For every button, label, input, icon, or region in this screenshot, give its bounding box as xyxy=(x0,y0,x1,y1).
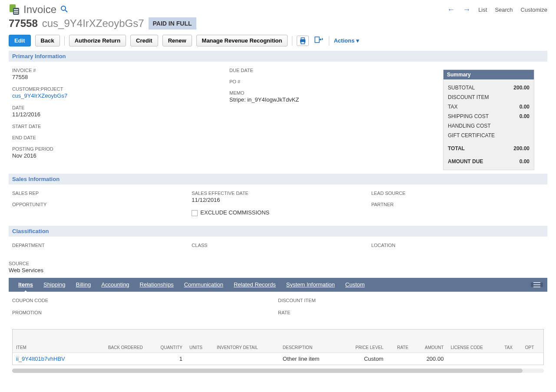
line-quantity: 1 xyxy=(146,352,186,365)
po-label: PO # xyxy=(229,79,443,84)
line-license-code xyxy=(447,352,501,365)
partner-label: PARTNER xyxy=(371,202,547,207)
posting-period-value: Nov 2016 xyxy=(12,152,226,159)
renew-button[interactable]: Renew xyxy=(162,35,192,46)
line-price-level: Custom xyxy=(339,352,387,365)
toolbar: Edit Back Authorize Return Credit Renew … xyxy=(0,33,556,51)
authorize-return-button[interactable]: Authorize Return xyxy=(69,35,126,46)
col-price-level: PRICE LEVEL xyxy=(339,329,387,353)
credit-button[interactable]: Credit xyxy=(130,35,158,46)
tab-related-records[interactable]: Related Records xyxy=(228,279,281,290)
back-arrow-icon[interactable]: ← xyxy=(447,5,455,14)
status-badge: PAID IN FULL xyxy=(149,17,196,30)
line-description: Other line item xyxy=(279,352,339,365)
invoice-number: 77558 xyxy=(9,17,38,30)
tab-billing[interactable]: Billing xyxy=(71,279,96,290)
date-value: 11/12/2016 xyxy=(12,111,226,118)
tab-accounting[interactable]: Accounting xyxy=(96,279,134,290)
sales-eff-date-label: SALES EFFECTIVE DATE xyxy=(192,191,367,196)
search-icon[interactable] xyxy=(61,6,68,14)
edit-button[interactable]: Edit xyxy=(9,35,31,46)
table-row[interactable]: ii_9Y4It01b7vhHBV 1 Other line item Cust… xyxy=(13,352,543,365)
memo-label: MEMO xyxy=(229,90,443,96)
invoice-num-value: 77558 xyxy=(12,74,226,80)
col-item: ITEM xyxy=(13,329,89,353)
sales-eff-date-value: 11/12/2016 xyxy=(192,197,367,203)
svg-rect-9 xyxy=(301,42,304,44)
svg-rect-8 xyxy=(301,38,304,40)
promotion-label: PROMOTION xyxy=(12,310,278,315)
nav-search[interactable]: Search xyxy=(495,7,513,13)
customer-id: cus_9Y4IrXZeoybGs7 xyxy=(42,17,144,30)
col-tax: TAX xyxy=(501,329,522,353)
invoice-page-icon xyxy=(9,3,21,16)
col-units: UNITS xyxy=(186,329,213,353)
shipping-label: SHIPPING COST xyxy=(448,113,489,119)
sales-rep-label: SALES REP xyxy=(12,191,188,196)
subtotal-label: SUBTOTAL xyxy=(448,85,475,91)
attach-icon[interactable] xyxy=(313,35,324,46)
col-back-ordered: BACK ORDERED xyxy=(89,329,146,353)
horizontal-scrollbar[interactable] xyxy=(12,369,544,373)
subtab-bar: Items Shipping Billing Accounting Relati… xyxy=(9,278,547,292)
total-label: TOTAL xyxy=(448,145,465,152)
line-amount: 200.00 xyxy=(412,352,447,365)
col-amount: AMOUNT xyxy=(412,329,447,353)
tax-label: TAX xyxy=(448,104,457,110)
manage-revenue-button[interactable]: Manage Revenue Recognition xyxy=(196,35,288,46)
chevron-down-icon: ▾ xyxy=(356,37,359,44)
line-item-link[interactable]: ii_9Y4It01b7vhHBV xyxy=(13,352,89,365)
invoice-num-label: INVOICE # xyxy=(12,68,226,73)
line-tax xyxy=(501,352,522,365)
tab-communication[interactable]: Communication xyxy=(179,279,228,290)
tab-custom[interactable]: Custom xyxy=(340,279,370,290)
nav-list[interactable]: List xyxy=(478,7,487,13)
print-icon[interactable] xyxy=(297,36,309,46)
end-date-label: END DATE xyxy=(12,135,226,140)
divider xyxy=(64,36,65,46)
col-inventory-detail: INVENTORY DETAIL xyxy=(213,329,279,353)
tab-shipping[interactable]: Shipping xyxy=(38,279,71,290)
amount-due-value: 0.00 xyxy=(520,158,530,165)
lead-source-label: LEAD SOURCE xyxy=(371,191,547,196)
col-license-code: LICENSE CODE xyxy=(447,329,501,353)
svg-rect-2 xyxy=(14,9,18,10)
nav-customize[interactable]: Customize xyxy=(521,7,547,13)
line-items-table: ITEM BACK ORDERED QUANTITY UNITS INVENTO… xyxy=(12,329,544,365)
actions-dropdown[interactable]: Actions ▾ xyxy=(334,37,359,44)
svg-point-5 xyxy=(61,6,66,10)
opportunity-label: OPPORTUNITY xyxy=(12,202,188,207)
tab-relationships[interactable]: Relationships xyxy=(135,279,179,290)
section-primary-header: Primary Information xyxy=(9,51,547,62)
source-label: SOURCE xyxy=(9,261,547,266)
date-label: DATE xyxy=(12,105,226,110)
divider xyxy=(329,36,329,46)
forward-arrow-icon[interactable]: → xyxy=(463,5,470,14)
location-label: LOCATION xyxy=(371,243,547,248)
customer-project-link[interactable]: cus_9Y4IrXZeoybGs7 xyxy=(12,92,226,99)
handling-label: HANDLING COST xyxy=(448,123,491,129)
tab-system-information[interactable]: System Information xyxy=(281,279,340,290)
col-quantity: QUANTITY xyxy=(146,329,186,353)
line-units xyxy=(186,352,213,365)
tax-value: 0.00 xyxy=(520,104,530,110)
col-opt: OPT xyxy=(522,329,543,353)
section-sales-header: Sales Information xyxy=(9,174,547,184)
exclude-commissions-label: EXCLUDE COMMISSIONS xyxy=(200,209,269,216)
amount-due-label: AMOUNT DUE xyxy=(448,158,483,165)
section-classification-header: Classification xyxy=(9,226,547,237)
exclude-commissions-checkbox[interactable] xyxy=(192,210,198,216)
gift-label: GIFT CERTIFICATE xyxy=(448,132,495,138)
back-button[interactable]: Back xyxy=(35,35,60,46)
tab-menu-icon[interactable] xyxy=(531,283,543,287)
tab-items[interactable]: Items xyxy=(13,279,38,290)
line-rate xyxy=(387,352,412,365)
summary-box: Summary SUBTOTAL200.00 DISCOUNT ITEM TAX… xyxy=(443,69,534,170)
class-label: CLASS xyxy=(192,243,367,248)
svg-rect-3 xyxy=(14,11,18,12)
line-inventory-detail xyxy=(213,352,279,365)
page-title: Invoice xyxy=(23,3,56,16)
svg-line-6 xyxy=(65,10,67,12)
total-value: 200.00 xyxy=(513,145,530,152)
col-rate: RATE xyxy=(387,329,412,353)
